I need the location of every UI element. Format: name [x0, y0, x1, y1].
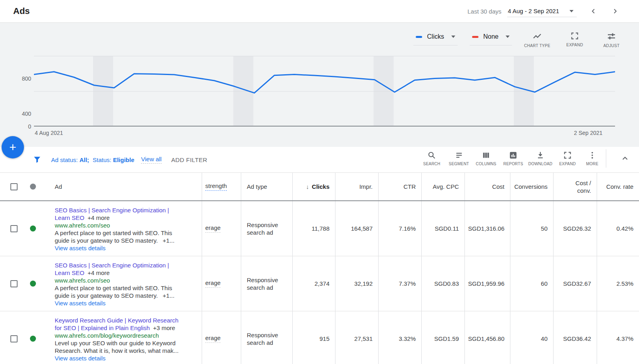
- chart-type-button[interactable]: CHART TYPE: [524, 28, 550, 48]
- impressions-cell: 27,531: [335, 311, 378, 364]
- ad-preview-cell: SEO Basics | Search Engine Optimization …: [44, 256, 202, 311]
- column-header-conversions[interactable]: Conversions: [510, 173, 553, 200]
- ad-display-url: www.ahrefs.com/seo: [55, 277, 110, 284]
- filter-chip-status[interactable]: Status: Eligible: [93, 156, 134, 163]
- table-row: SEO Basics | Search Engine Optimization …: [0, 201, 639, 256]
- cost-per-conv-cell: SGD32.67: [553, 256, 597, 311]
- column-header-ad-type[interactable]: Ad type: [241, 173, 292, 200]
- collapse-table-button[interactable]: [611, 154, 639, 163]
- row-checkbox[interactable]: [10, 280, 18, 287]
- secondary-metric-selector[interactable]: None: [470, 29, 512, 46]
- primary-metric-selector[interactable]: Clicks: [413, 29, 458, 46]
- table-header-row: Ad strength Ad type ↓Clicks Impr. CTR Av…: [0, 172, 639, 201]
- clicks-line-chart[interactable]: [34, 56, 615, 127]
- date-range-preset-label: Last 30 days: [468, 8, 502, 15]
- primary-metric-label: Clicks: [427, 33, 444, 40]
- column-header-cost-per-conv[interactable]: Cost /conv.: [553, 173, 597, 200]
- chart-type-label: CHART TYPE: [524, 44, 550, 48]
- chart-expand-label: EXPAND: [566, 43, 583, 47]
- reports-button[interactable]: REPORTS: [500, 151, 527, 166]
- select-all-checkbox[interactable]: [10, 183, 18, 190]
- search-button[interactable]: SEARCH: [418, 151, 445, 166]
- avg-cpc-cell: SGD0.83: [421, 256, 464, 311]
- table-row: Keyword Research Guide | Keyword Researc…: [0, 311, 639, 364]
- ad-more-variants: +4 more: [87, 214, 109, 221]
- conv-rate-cell: 0.42%: [597, 201, 639, 256]
- clicks-cell: 2,374: [292, 256, 335, 311]
- chart-expand-button[interactable]: EXPAND: [562, 28, 587, 47]
- column-header-ad[interactable]: Ad: [44, 173, 202, 200]
- row-checkbox[interactable]: [10, 335, 18, 342]
- ad-more-variants: +3 more: [153, 324, 175, 331]
- column-header-conv-rate[interactable]: Conv. rate: [597, 173, 639, 200]
- secondary-metric-swatch-icon: [472, 36, 478, 38]
- columns-icon: [482, 151, 490, 160]
- more-label: MORE: [586, 162, 599, 166]
- ad-description: Level up your SEO with our guide to Keyw…: [55, 340, 179, 354]
- add-new-button[interactable]: +: [2, 136, 24, 158]
- conversions-cell: 40: [510, 311, 553, 364]
- filter-chip-ad-status[interactable]: Ad status: All;: [51, 156, 89, 163]
- row-checkbox[interactable]: [10, 225, 18, 232]
- ad-preview-cell: SEO Basics | Search Engine Optimization …: [44, 201, 202, 256]
- column-header-impressions[interactable]: Impr.: [335, 173, 378, 200]
- ctr-cell: 7.16%: [378, 201, 421, 256]
- ad-strength-cell: erage: [202, 256, 241, 311]
- table-row: SEO Basics | Search Engine Optimization …: [0, 256, 639, 311]
- chart-adjust-label: ADJUST: [603, 44, 620, 48]
- columns-button[interactable]: COLUMNS: [472, 151, 500, 166]
- top-bar: Ads Last 30 days 4 Aug - 2 Sep 2021: [0, 0, 639, 23]
- more-vertical-dots-icon: [588, 151, 597, 160]
- ad-more-variants: +4 more: [87, 269, 109, 276]
- plus-icon: +: [9, 140, 16, 154]
- secondary-metric-label: None: [483, 33, 498, 40]
- segment-button[interactable]: SEGMENT: [445, 151, 472, 166]
- expand-corners-icon: [570, 32, 579, 40]
- sort-descending-icon: ↓: [306, 183, 309, 190]
- ad-title-link[interactable]: SEO Basics | Search Engine Optimization …: [55, 262, 169, 276]
- next-period-button[interactable]: [610, 6, 620, 16]
- status-dot-header-icon: [30, 184, 36, 190]
- segment-lines-icon: [454, 151, 463, 160]
- cost-cell: SGD1,316.06: [464, 201, 510, 256]
- download-button[interactable]: DOWNLOAD: [527, 151, 554, 166]
- y-axis-tick-400: 400: [3, 111, 31, 117]
- date-range-selector[interactable]: 4 Aug - 2 Sep 2021: [507, 5, 577, 17]
- chevron-down-icon: [506, 36, 510, 38]
- column-header-clicks[interactable]: ↓Clicks: [292, 173, 335, 200]
- chevron-down-icon: [451, 36, 455, 38]
- view-all-link[interactable]: View all: [141, 156, 161, 164]
- table-toolbar: SEARCH SEGMENT COLUMNS REPORTS: [418, 149, 639, 168]
- page-title: Ads: [13, 6, 30, 16]
- view-assets-details-link[interactable]: View assets details: [55, 355, 105, 362]
- avg-cpc-cell: SGD1.59: [421, 311, 464, 364]
- ad-description-more: +1...: [163, 292, 175, 299]
- ad-type-cell: Responsive search ad: [241, 256, 292, 311]
- add-filter-button[interactable]: ADD FILTER: [171, 156, 207, 163]
- view-assets-details-link[interactable]: View assets details: [55, 245, 105, 251]
- column-header-ad-strength[interactable]: strength: [202, 173, 241, 200]
- table-expand-button[interactable]: EXPAND: [554, 151, 581, 166]
- ad-preview-cell: Keyword Research Guide | Keyword Researc…: [44, 311, 202, 364]
- column-header-avg-cpc[interactable]: Avg. CPC: [421, 173, 464, 200]
- previous-period-button[interactable]: [589, 6, 598, 16]
- expand-corners-icon: [563, 151, 572, 160]
- more-options-button[interactable]: MORE: [581, 151, 603, 166]
- reports-bar-chart-icon: [509, 151, 518, 160]
- chart-adjust-button[interactable]: ADJUST: [599, 28, 624, 48]
- column-header-cost[interactable]: Cost: [464, 173, 510, 200]
- chevron-left-icon: [589, 7, 597, 15]
- columns-label: COLUMNS: [476, 162, 496, 166]
- cost-cell: SGD1,959.96: [464, 256, 510, 311]
- ad-title-link[interactable]: SEO Basics | Search Engine Optimization …: [55, 207, 169, 221]
- conversions-cell: 50: [510, 201, 553, 256]
- ad-description: A perfect place to get started with SEO.…: [55, 229, 172, 244]
- column-header-ctr[interactable]: CTR: [378, 173, 421, 200]
- ad-description: A perfect place to get started with SEO.…: [55, 285, 172, 299]
- cost-per-conv-cell: SGD26.32: [553, 201, 597, 256]
- x-axis-start-label: 4 Aug 2021: [35, 130, 63, 136]
- view-assets-details-link[interactable]: View assets details: [55, 300, 105, 307]
- search-label: SEARCH: [423, 162, 441, 166]
- line-chart-icon: [532, 32, 542, 41]
- clicks-cell: 11,788: [292, 201, 335, 256]
